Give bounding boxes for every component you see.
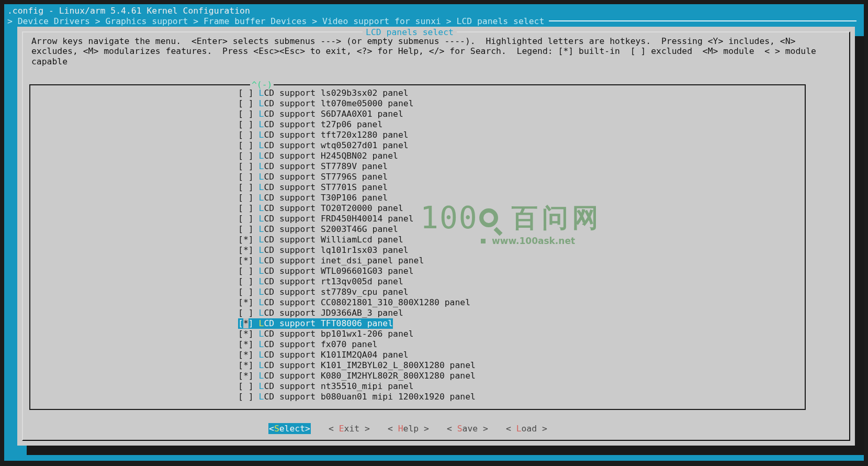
- item-hotkey: L: [259, 98, 264, 108]
- checkbox-state: [243, 119, 249, 129]
- checkbox-bracket-right: ]: [249, 266, 254, 276]
- checkbox-bracket-left: [: [238, 350, 243, 360]
- menu-item[interactable]: [*] LCD support lq101r1sx03 panel: [238, 245, 409, 256]
- checkbox-bracket-right: ]: [249, 130, 254, 140]
- item-hotkey: L: [259, 371, 264, 381]
- menu-item[interactable]: [ ] LCD support tft720x1280 panel: [238, 130, 409, 140]
- menu-item[interactable]: [*] LCD support inet_dsi_panel panel: [238, 256, 424, 266]
- item-hotkey: L: [259, 287, 264, 297]
- checkbox-state: [243, 287, 249, 297]
- dialog: LCD panels select Arrow keys navigate th…: [17, 27, 855, 446]
- menu-item[interactable]: [ ] LCD support ls029b3sx02 panel: [238, 88, 409, 98]
- menu-item[interactable]: [ ] LCD support S6D7AA0X01 panel: [238, 109, 403, 119]
- button-hotkey: E: [339, 424, 344, 434]
- item-label: CD support ST7789V panel: [264, 161, 388, 171]
- checkbox-bracket-right: ]: [249, 392, 254, 402]
- item-label: CD support wtq05027d01 panel: [264, 140, 408, 150]
- item-hotkey: L: [259, 161, 264, 171]
- button-hotkey: L: [516, 424, 522, 434]
- menu-item[interactable]: [ ] LCD support rt13qv005d panel: [238, 276, 403, 287]
- checkbox-bracket-left: [: [238, 182, 243, 192]
- menu-item[interactable]: [*] LCD support K080_IM2HYL802R_800X1280…: [238, 371, 476, 381]
- menu-item[interactable]: [ ] LCD support WTL096601G03 panel: [238, 266, 414, 276]
- checkbox-state: [243, 88, 249, 98]
- checkbox-bracket-left: [: [238, 297, 243, 307]
- item-hotkey: L: [259, 276, 264, 286]
- menu-item[interactable]: [*] LCD support K101IM2QA04 panel: [238, 350, 409, 360]
- item-label: CD support WTL096601G03 panel: [264, 266, 413, 276]
- checkbox-bracket-right: ]: [249, 214, 254, 224]
- item-hotkey: L: [259, 381, 264, 391]
- menu-item[interactable]: [ ] LCD support nt35510_mipi panel: [238, 381, 414, 392]
- menu-item[interactable]: [ ] LCD support t27p06 panel: [238, 119, 382, 130]
- menu-item[interactable]: [ ] LCD support TO20T20000 panel: [238, 203, 403, 214]
- menu-item[interactable]: [ ] LCD support wtq05027d01 panel: [238, 140, 409, 151]
- menu-item[interactable]: [*] LCD support CC08021801_310_800X1280 …: [238, 297, 470, 308]
- menu-item[interactable]: [ ] LCD support S2003T46G panel: [238, 224, 398, 235]
- menu-item[interactable]: [*] LCD support TFT08006 panel: [238, 318, 393, 329]
- checkbox-state: [243, 140, 249, 150]
- item-label: CD support CC08021801_310_800X1280 panel: [264, 297, 470, 307]
- checkbox-bracket-left: [: [238, 98, 243, 108]
- checkbox-bracket-right: ]: [249, 172, 254, 182]
- menu-item[interactable]: [*] LCD support K101_IM2BYL02_L_800X1280…: [238, 360, 476, 371]
- menu-item[interactable]: [*] LCD support bp101wx1-206 panel: [238, 329, 414, 339]
- checkbox-bracket-right: ]: [249, 245, 254, 255]
- item-label: CD support b080uan01 mipi 1200x1920 pane…: [264, 392, 476, 402]
- item-label: CD support S2003T46G panel: [264, 224, 398, 234]
- item-hotkey: L: [259, 130, 264, 140]
- item-label: CD support FRD450H40014 panel: [264, 214, 413, 224]
- item-hotkey: L: [259, 109, 264, 119]
- checkbox-bracket-right: ]: [249, 318, 254, 328]
- checkbox-bracket-left: [: [238, 287, 243, 297]
- item-hotkey: L: [259, 140, 264, 150]
- menu-item[interactable]: [ ] LCD support T30P106 panel: [238, 193, 388, 203]
- menu-item[interactable]: [*] LCD support WilliamLcd panel: [238, 235, 403, 245]
- item-label: CD support ST7796S panel: [264, 172, 388, 182]
- checkbox-bracket-left: [: [238, 130, 243, 140]
- menu-item[interactable]: [ ] LCD support ST7701S panel: [238, 182, 388, 193]
- menu-item[interactable]: [ ] LCD support JD9366AB_3 panel: [238, 308, 403, 318]
- item-label: CD support tft720x1280 panel: [264, 130, 408, 140]
- exit-button[interactable]: < Exit >: [329, 423, 370, 434]
- checkbox-state: [243, 182, 249, 192]
- item-label: CD support TFT08006 panel: [264, 318, 393, 328]
- instructions-line-2: excludes, <M> modularizes features. Pres…: [31, 46, 816, 56]
- menu-list: [ ] LCD support ls029b3sx02 panel[ ] LCD…: [238, 88, 476, 402]
- button-row: <Select>< Exit >< Help >< Save >< Load >: [268, 423, 547, 434]
- terminal-background: .config - Linux/arm 5.4.61 Kernel Config…: [4, 4, 864, 461]
- checkbox-bracket-right: ]: [249, 151, 254, 161]
- item-hotkey: L: [259, 392, 264, 402]
- save-button[interactable]: < Save >: [447, 423, 488, 434]
- menu-item[interactable]: [ ] LCD support FRD450H40014 panel: [238, 214, 414, 224]
- instructions-line-3: capable: [31, 57, 816, 66]
- menu-item[interactable]: [ ] LCD support ST7789V panel: [238, 161, 388, 172]
- select-button[interactable]: <Select>: [268, 423, 311, 434]
- help-button[interactable]: < Help >: [388, 423, 429, 434]
- checkbox-bracket-left: [: [238, 119, 243, 129]
- menu-item[interactable]: [*] LCD support fx070 panel: [238, 339, 377, 350]
- checkbox-bracket-left: [: [238, 151, 243, 161]
- button-hotkey: S: [457, 424, 463, 434]
- item-hotkey: L: [259, 350, 264, 360]
- checkbox-bracket-left: [: [238, 109, 243, 119]
- menu-item[interactable]: [ ] LCD support lt070me05000 panel: [238, 98, 414, 109]
- menu-item[interactable]: [ ] LCD support st7789v_cpu panel: [238, 287, 409, 297]
- load-button[interactable]: < Load >: [506, 423, 547, 434]
- menu-item[interactable]: [ ] LCD support ST7796S panel: [238, 172, 388, 182]
- item-label: CD support JD9366AB_3 panel: [264, 308, 403, 318]
- item-label: CD support fx070 panel: [264, 339, 377, 349]
- checkbox-state: *: [243, 256, 249, 265]
- checkbox-state: *: [243, 360, 249, 370]
- item-label: CD support K101_IM2BYL02_L_800X1280 pane…: [264, 360, 476, 370]
- menu-item[interactable]: [ ] LCD support b080uan01 mipi 1200x1920…: [238, 392, 476, 402]
- menu-item[interactable]: [ ] LCD support H245QBN02 panel: [238, 151, 398, 161]
- checkbox-bracket-right: ]: [249, 140, 254, 150]
- checkbox-bracket-right: ]: [249, 256, 254, 265]
- item-hotkey: L: [259, 339, 264, 349]
- checkbox-bracket-right: ]: [249, 308, 254, 318]
- checkbox-bracket-left: [: [238, 203, 243, 213]
- checkbox-bracket-right: ]: [249, 182, 254, 192]
- checkbox-state: *: [243, 297, 249, 307]
- checkbox-bracket-right: ]: [249, 360, 254, 370]
